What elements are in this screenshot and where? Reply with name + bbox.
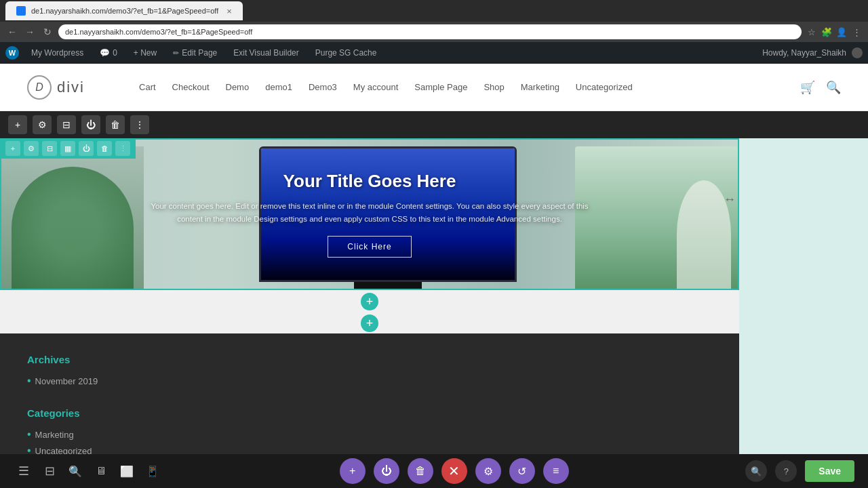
toolbar-delete-button[interactable]: 🗑 (106, 115, 125, 134)
section-clone-button[interactable]: ⊟ (42, 141, 57, 156)
bottom-trash-button[interactable]: 🗑 (408, 458, 433, 484)
site-logo[interactable]: D divi (27, 75, 85, 100)
hero-section-border: Your Title Goes Here Your content goes h… (0, 138, 739, 290)
exit-visual-builder-label: Exit Visual Builder (233, 48, 299, 58)
hero-title: Your Title Goes Here (283, 171, 456, 192)
bottom-phone-button[interactable]: 📱 (142, 461, 163, 481)
cart-icon[interactable]: 🛒 (800, 80, 815, 95)
comment-icon: 💬 (100, 48, 110, 58)
nav-demo[interactable]: Demo (226, 82, 250, 92)
nav-icons: ☆ 🧩 👤 ⋮ (806, 26, 863, 38)
wp-logo[interactable]: W (5, 46, 19, 60)
nav-checkout[interactable]: Checkout (172, 82, 210, 92)
divi-builder-toolbar: + ⚙ ⊟ ⏻ 🗑 ⋮ (0, 111, 868, 138)
admin-bar-comments[interactable]: 💬 0 (96, 48, 121, 58)
nav-demo1[interactable]: demo1 (265, 82, 292, 92)
header-icons: 🛒 🔍 (800, 80, 841, 95)
active-tab[interactable]: de1.nayyarshaikh.com/demo3/?et_fb=1&Page… (5, 1, 243, 20)
toolbar-clone-button[interactable]: ⊟ (57, 115, 76, 134)
admin-bar-purge-cache[interactable]: Purge SG Cache (311, 48, 381, 58)
save-button[interactable]: Save (805, 460, 854, 482)
comment-count: 0 (113, 48, 117, 58)
bottom-hamburger-button[interactable]: ☰ (14, 461, 34, 481)
bottom-desktop-button[interactable]: 🖥 (91, 461, 111, 481)
bottom-undo-button[interactable]: ↺ (509, 458, 535, 484)
nav-demo3[interactable]: Demo3 (309, 82, 337, 92)
add-section-button-2[interactable]: + (361, 314, 378, 332)
section-settings-button[interactable]: ⚙ (24, 141, 39, 156)
archives-item-label: November 2019 (35, 376, 98, 386)
section-toolbar: + ⚙ ⊟ ▦ ⏻ 🗑 ⋮ (0, 138, 136, 159)
my-wordpress-label: My Wordpress (31, 48, 83, 58)
edit-page-icon: ✏ (173, 49, 179, 58)
forward-button[interactable]: → (23, 25, 37, 39)
admin-bar-exit-visual-builder[interactable]: Exit Visual Builder (229, 48, 303, 58)
archives-item: November 2019 (27, 375, 231, 387)
section-wrapper: + ⚙ ⊟ ▦ ⏻ 🗑 ⋮ (0, 138, 739, 488)
reload-button[interactable]: ↻ (41, 25, 54, 39)
bottom-settings-button[interactable]: ⚙ (475, 458, 501, 484)
profile-icon[interactable]: 👤 (835, 26, 848, 38)
resize-handle[interactable]: ↔ (724, 192, 736, 207)
nav-shop[interactable]: Shop (484, 82, 504, 92)
categories-title: Categories (27, 407, 231, 419)
section-disable-button[interactable]: ⏻ (79, 141, 94, 156)
url-bar[interactable]: de1.nayyarshaikh.com/demo3/?et_fb=1&Page… (58, 24, 802, 39)
tab-label: de1.nayyarshaikh.com/demo3/?et_fb=1&Page… (31, 7, 218, 15)
header-search-icon[interactable]: 🔍 (826, 80, 841, 95)
section-more-button[interactable]: ⋮ (115, 141, 130, 156)
bottom-bar-left: ☰ ⊟ 🔍 🖥 ⬜ 📱 (14, 461, 163, 481)
wp-bar-right: Howdy, Nayyar_Shaikh (762, 47, 863, 58)
hero-section: Your Title Goes Here Your content goes h… (1, 140, 738, 289)
menu-icon[interactable]: ⋮ (850, 26, 863, 38)
bottom-search-builder-button[interactable]: 🔍 (65, 461, 85, 481)
back-button[interactable]: ← (5, 25, 19, 39)
section-add-button[interactable]: + (5, 141, 20, 156)
hero-cta-button[interactable]: Click Here (328, 236, 411, 258)
url-text: de1.nayyarshaikh.com/demo3/?et_fb=1&Page… (65, 28, 252, 36)
bottom-search-button[interactable]: 🔍 (745, 460, 767, 482)
add-section-row-1: + (0, 290, 739, 313)
bottom-help-button[interactable]: ? (775, 460, 797, 482)
archives-widget: Archives November 2019 (27, 354, 231, 387)
admin-bar-edit-page[interactable]: ✏ Edit Page (169, 48, 221, 58)
add-section-button-1[interactable]: + (361, 293, 378, 310)
page-content: ↔ + ⚙ ⊟ ▦ ⏻ 🗑 ⋮ (0, 138, 868, 488)
bottom-bar-center: + ⏻ 🗑 ✕ ⚙ ↺ ≡ (163, 458, 745, 484)
add-section-row-2: + (0, 313, 739, 333)
nav-sample-page[interactable]: Sample Page (414, 82, 467, 92)
extension-icon[interactable]: 🧩 (821, 26, 833, 38)
bookmark-icon[interactable]: ☆ (806, 26, 818, 38)
nav-cart[interactable]: Cart (139, 82, 156, 92)
nav-uncategorized[interactable]: Uncategorized (576, 82, 633, 92)
bottom-grid-button[interactable]: ⊟ (39, 461, 60, 481)
toolbar-more-button[interactable]: ⋮ (130, 115, 149, 134)
categories-item-marketing: Marketing (27, 428, 231, 441)
site-header: D divi Cart Checkout Demo demo1 Demo3 My… (0, 64, 868, 111)
builder-bottom-bar: ☰ ⊟ 🔍 🖥 ⬜ 📱 + ⏻ 🗑 ✕ ⚙ ↺ ≡ 🔍 ? Save (0, 454, 868, 488)
section-delete-button[interactable]: 🗑 (97, 141, 112, 156)
archives-list: November 2019 (27, 375, 231, 387)
bottom-power-button[interactable]: ⏻ (374, 458, 399, 484)
bottom-tablet-button[interactable]: ⬜ (117, 461, 137, 481)
bottom-bars-button[interactable]: ≡ (543, 458, 569, 484)
bottom-add-module-button[interactable]: + (340, 458, 366, 484)
bottom-close-button[interactable]: ✕ (441, 458, 467, 484)
user-avatar[interactable] (852, 47, 863, 58)
archives-title: Archives (27, 354, 231, 365)
categories-list: Marketing Uncategorized (27, 428, 231, 457)
toolbar-settings-button[interactable]: ⚙ (33, 115, 52, 134)
toolbar-add-button[interactable]: + (8, 115, 27, 134)
toolbar-disable-button[interactable]: ⏻ (81, 115, 100, 134)
hero-overlay: Your Title Goes Here Your content goes h… (1, 140, 738, 289)
edit-page-label: Edit Page (182, 48, 217, 58)
nav-my-account[interactable]: My account (353, 82, 398, 92)
nav-marketing[interactable]: Marketing (521, 82, 559, 92)
admin-bar-new[interactable]: + New (130, 48, 161, 58)
site-navigation: Cart Checkout Demo demo1 Demo3 My accoun… (139, 82, 800, 92)
tab-close[interactable]: × (226, 6, 232, 16)
admin-bar-my-wordpress[interactable]: My Wordpress (27, 48, 87, 58)
tab-favicon (16, 6, 26, 16)
categories-widget: Categories Marketing Uncategorized (27, 407, 231, 457)
section-grid-button[interactable]: ▦ (60, 141, 75, 156)
